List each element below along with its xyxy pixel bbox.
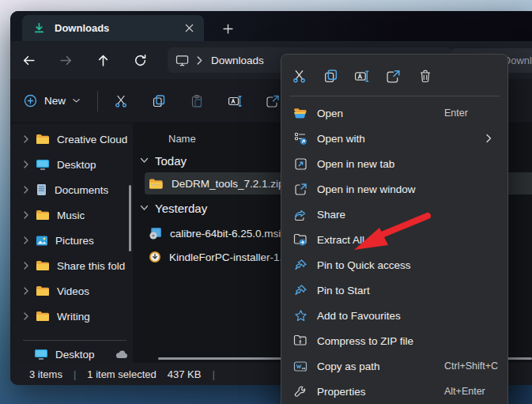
breadcrumb-chevron-icon	[196, 56, 203, 65]
menu-item-add-to-favourites[interactable]: Add to Favourites	[281, 303, 507, 328]
installer-disc-icon	[149, 227, 162, 240]
chevron-down-icon	[73, 98, 80, 104]
pictures-icon	[36, 235, 48, 247]
chevron-right-icon[interactable]	[23, 160, 29, 168]
pin-icon	[292, 284, 308, 297]
delete-button[interactable]	[409, 61, 441, 91]
up-button[interactable]	[89, 47, 116, 73]
wrench-icon	[292, 385, 308, 398]
menu-item-label: Share	[317, 209, 345, 221]
sidebar-item-music[interactable]: Music	[10, 202, 133, 228]
chevron-right-icon[interactable]	[23, 186, 29, 194]
menu-item-open-in-new-tab[interactable]: Open in new tab	[281, 151, 507, 176]
menu-item-label: Properties	[317, 386, 366, 398]
tab-close-icon[interactable]	[182, 21, 196, 36]
sidebar-item-creative-cloud[interactable]: Creative Cloud	[10, 126, 133, 152]
menu-item-pin-to-start[interactable]: Pin to Start	[281, 278, 507, 303]
status-selection: 1 item selected	[87, 368, 156, 380]
sidebar-item-desktop-onedrive[interactable]: Desktop	[10, 341, 133, 363]
open-new-tab-icon	[292, 157, 308, 171]
menu-item-label: Add to Favourites	[317, 310, 401, 322]
download-tab-icon	[33, 22, 45, 34]
new-button[interactable]: New	[17, 88, 88, 115]
menu-item-open[interactable]: Open Enter	[281, 100, 507, 126]
open-with-icon	[292, 132, 308, 145]
status-divider: |	[74, 368, 76, 380]
sidebar-item-label: Pictures	[55, 235, 94, 247]
menu-item-share[interactable]: Share	[281, 202, 507, 227]
menu-item-extract-all[interactable]: Extract All...	[281, 227, 507, 252]
status-selection-size: 437 KB	[168, 368, 202, 380]
menu-item-copy-as-path[interactable]: Copy as path Ctrl+Shift+C	[281, 353, 507, 379]
folder-open-icon	[292, 108, 308, 119]
star-icon	[292, 309, 308, 323]
file-name: DeDRM_tools_7.2.1.zip	[172, 178, 285, 190]
chevron-right-icon[interactable]	[23, 287, 29, 295]
folder-icon	[36, 285, 50, 296]
pin-icon	[292, 259, 308, 272]
rename-button[interactable]	[346, 61, 378, 91]
folder-icon	[36, 260, 50, 271]
sidebar-item-label: Music	[57, 210, 85, 221]
menu-separator	[289, 96, 500, 96]
tab-bar: Downloads	[10, 11, 532, 41]
menu-item-label: Pin to Quick access	[317, 259, 411, 271]
menu-item-label: Open in new tab	[317, 158, 394, 170]
chevron-right-icon[interactable]	[23, 135, 29, 143]
chevron-right-icon[interactable]	[23, 211, 29, 219]
sidebar-item-desktop[interactable]: Desktop	[10, 152, 133, 177]
plus-circle-icon	[24, 94, 37, 108]
sidebar-item-videos[interactable]: Videos	[10, 278, 133, 304]
menu-item-properties[interactable]: Properties Alt+Enter	[281, 379, 507, 404]
submenu-chevron-icon	[485, 134, 492, 143]
zip-folder-icon	[149, 178, 164, 190]
menu-item-shortcut: Enter	[444, 108, 468, 119]
menu-item-label: Open in new window	[317, 183, 416, 195]
menu-item-label: Open	[317, 108, 343, 119]
tab-downloads[interactable]: Downloads	[22, 15, 204, 41]
paste-button[interactable]	[182, 88, 212, 115]
menu-item-shortcut: Ctrl+Shift+C	[444, 361, 498, 372]
sidebar-item-pictures[interactable]: Pictures	[10, 228, 133, 253]
new-tab-button[interactable]	[217, 19, 238, 38]
file-name: calibre-64bit-6.25.0.msi	[170, 228, 281, 240]
chevron-down-icon[interactable]	[140, 157, 149, 164]
share-button[interactable]	[378, 61, 409, 91]
chevron-right-icon[interactable]	[23, 262, 29, 270]
desktop-icon	[34, 349, 48, 360]
extract-all-icon	[292, 233, 308, 246]
chevron-right-icon[interactable]	[23, 236, 29, 244]
chevron-down-icon[interactable]	[140, 205, 149, 211]
cut-button[interactable]	[106, 88, 136, 115]
menu-item-shortcut: Alt+Enter	[444, 386, 485, 397]
menu-item-pin-to-quick-access[interactable]: Pin to Quick access	[281, 252, 507, 278]
menu-item-open-with[interactable]: Open with	[281, 126, 507, 151]
status-item-count: 3 items	[29, 368, 62, 380]
sidebar-item-label: Desktop	[55, 349, 95, 361]
back-button[interactable]	[15, 47, 42, 73]
sidebar-item-label: Documents	[55, 184, 108, 196]
share-icon	[292, 208, 308, 221]
sidebar-item-label: Share this fold	[57, 260, 125, 272]
sidebar-item-writing[interactable]: Writing	[10, 304, 133, 329]
open-new-window-icon	[292, 183, 308, 196]
copy-button[interactable]	[144, 88, 174, 115]
refresh-button[interactable]	[126, 47, 153, 73]
chevron-right-icon[interactable]	[23, 312, 29, 320]
desktop-icon	[36, 159, 50, 170]
folder-icon	[36, 311, 50, 322]
menu-item-compress-to-zip[interactable]: Compress to ZIP file	[281, 328, 507, 353]
sidebar-item-documents[interactable]: Documents	[10, 177, 133, 202]
rename-button[interactable]	[220, 88, 250, 115]
menu-item-label: Open with	[317, 133, 365, 145]
menu-item-open-in-new-window[interactable]: Open in new window	[281, 176, 507, 202]
folder-icon	[36, 210, 50, 221]
breadcrumb-location[interactable]: Downloads	[211, 55, 264, 66]
menu-item-label: Pin to Start	[317, 285, 370, 296]
copy-button[interactable]	[315, 61, 346, 91]
forward-button[interactable]	[52, 47, 79, 73]
cut-button[interactable]	[283, 61, 315, 91]
sidebar-item-share-this-folder[interactable]: Share this fold	[10, 253, 133, 278]
sidebar-item-label: Writing	[57, 311, 90, 323]
sidebar-scrollbar[interactable]	[129, 185, 131, 251]
